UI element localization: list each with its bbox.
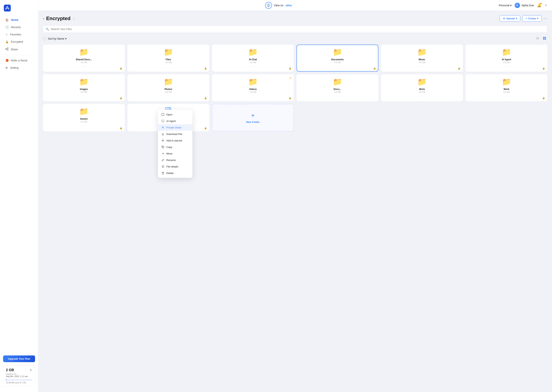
context-menu-add-starred[interactable]: Add to starred <box>158 137 192 144</box>
svg-rect-0 <box>4 5 11 12</box>
sort-bar: Sort by Name ▾ <box>43 36 547 42</box>
context-menu-private-share[interactable]: Private Share <box>158 124 192 131</box>
svg-point-2 <box>7 48 8 49</box>
folder-icon: 📁 <box>417 77 427 86</box>
create-button[interactable]: + Create ▾ <box>522 15 542 22</box>
workspace-selector[interactable]: Personal ▾ <box>499 4 511 7</box>
sidebar: 🏠 Home 🕐 Recents ☆ Favorites 🔒 Encrypted… <box>0 0 38 392</box>
file-card-shared-docu[interactable]: 📁 Shared Docu... 4.6 GB ··· 🔒 <box>43 45 125 72</box>
file-options-dots[interactable]: ··· <box>82 94 86 98</box>
file-lock-icon: 🔒 <box>120 97 123 99</box>
context-menu-open[interactable]: Open <box>158 111 192 118</box>
file-options-dots[interactable]: ··· <box>336 65 339 68</box>
upgrade-button[interactable]: Upgrade Your Plan <box>3 356 35 362</box>
file-card-files[interactable]: 📁 Files 4.6 GB ··· 🔒 <box>127 45 209 72</box>
file-options-dots[interactable]: ··· <box>336 94 339 98</box>
file-card-music[interactable]: 📁 Music 4.6 GB ··· 🔒 <box>381 45 463 72</box>
view-toggle <box>535 36 547 42</box>
svg-point-6 <box>267 4 270 7</box>
svg-point-3 <box>7 49 8 50</box>
file-size: 4.6 GB <box>165 91 172 93</box>
view-on-text: View on <box>274 4 283 7</box>
file-card-games[interactable]: 📁 Games 4.6 GB ··· 🔒 <box>43 104 125 131</box>
grid-view-button[interactable] <box>542 36 547 42</box>
context-menu-delete[interactable]: Delete <box>158 170 192 176</box>
file-options-dots[interactable]: ··· <box>251 94 255 98</box>
file-options-dots[interactable]: ··· <box>420 94 424 98</box>
new-folder-label: New Folder <box>246 121 260 123</box>
file-card-documents[interactable]: 📁 Documents 4.6 GB ··· 🔒 <box>297 45 378 72</box>
svg-rect-9 <box>536 38 539 38</box>
folder-icon: 📁 <box>248 77 258 86</box>
lock-icon: 🔒 <box>5 40 9 43</box>
sidebar-item-share[interactable]: Share <box>1 46 36 53</box>
file-options-dots[interactable]: ··· <box>505 94 508 98</box>
sidebar-item-recents[interactable]: 🕐 Recents <box>1 24 36 31</box>
file-card-work2[interactable]: 📁 Work 4.6 GB ··· <box>381 74 463 101</box>
file-card-ai-agent[interactable]: 📁 AI Agent 4.6 GB ··· 🔒 <box>465 45 547 72</box>
sidebar-item-favorites[interactable]: ☆ Favorites <box>1 31 36 38</box>
file-name: Work <box>419 88 425 91</box>
folder-icon: 📁 <box>417 48 427 57</box>
context-menu-ai-agent[interactable]: AI Agent <box>158 118 192 124</box>
file-options-dots[interactable]: ··· <box>167 94 170 98</box>
context-menu-move[interactable]: Move <box>158 150 192 157</box>
ai-agent-icon <box>161 119 164 123</box>
content-header: ‹ Encrypted ☆ ⬆ Upload ▾ + Create ▾ ··· <box>43 15 547 22</box>
folder-icon: 📁 <box>333 77 342 86</box>
context-menu-rename[interactable]: Rename <box>158 157 192 163</box>
sidebar-bottom: Upgrade Your Plan 2 GB ↻ Expires On: Aug… <box>0 353 38 389</box>
sidebar-item-setting[interactable]: ⚙ Setting <box>1 64 36 71</box>
sidebar-item-refer[interactable]: 🎁 Refer a friend <box>1 57 36 64</box>
context-menu-download[interactable]: Download File <box>158 131 192 137</box>
context-menu-file-details[interactable]: File details <box>158 163 192 170</box>
file-card-photos[interactable]: 📁 Photos 4.6 GB ··· 🔒 <box>127 74 209 101</box>
file-size: 4.6 GB <box>334 61 341 63</box>
file-card-videos[interactable]: ★ 📁 Videos 4.6 GB ··· 🔒 <box>212 74 294 101</box>
context-menu-copy[interactable]: Copy <box>158 144 192 150</box>
plus-icon: + <box>251 112 255 119</box>
star-icon: ☆ <box>5 33 8 36</box>
file-size: 4.6 GB <box>503 61 510 63</box>
file-card-work[interactable]: 📁 Work 4.6 GB ··· 🔒 <box>465 74 547 101</box>
upload-button[interactable]: ⬆ Upload ▾ <box>500 15 520 22</box>
add-starred-icon <box>161 139 164 142</box>
sort-by-button[interactable]: Sort by Name ▾ <box>48 37 66 40</box>
folder-icon: 📁 <box>164 77 173 86</box>
starred-icon: ★ <box>290 77 291 79</box>
file-options-dots[interactable]: ··· <box>505 65 508 68</box>
back-button[interactable]: ‹ <box>43 16 44 21</box>
file-options-dots[interactable]: ··· <box>251 65 255 68</box>
sort-left: Sort by Name ▾ <box>43 37 66 40</box>
search-input[interactable] <box>43 25 547 33</box>
file-card-images[interactable]: 📁 Images 4.6 GB ··· 🔒 <box>43 74 125 101</box>
folder-icon: 📁 <box>502 77 511 86</box>
notification-bell[interactable]: 🔔 <box>537 3 541 7</box>
file-options-dots[interactable]: ··· <box>420 65 424 68</box>
user-menu[interactable]: A Alpha Doe <box>515 3 534 8</box>
new-folder-card[interactable]: + New Folder <box>212 104 294 131</box>
svg-rect-12 <box>545 37 546 38</box>
file-name: Images <box>80 88 88 91</box>
file-options-dots[interactable]: ··· <box>167 65 170 68</box>
upload-icon: ⬆ <box>503 17 505 20</box>
file-card-docu2[interactable]: 📁 Docu... 4.6 GB ··· <box>297 74 378 101</box>
sidebar-item-encrypted[interactable]: 🔒 Encrypted <box>1 38 36 45</box>
svg-rect-16 <box>162 113 164 116</box>
theme-toggle[interactable]: ☀ <box>544 3 547 7</box>
more-options-button[interactable]: ··· <box>544 16 547 21</box>
file-card-ai-chat[interactable]: 📁 AI Chat 4.6 GB ··· 🔒 <box>212 45 294 72</box>
sidebar-item-label: Refer a friend <box>11 59 27 62</box>
sidebar-item-home[interactable]: 🏠 Home <box>1 16 36 23</box>
sort-chevron-icon: ▾ <box>65 37 66 40</box>
file-options-dots[interactable]: ··· <box>82 124 86 127</box>
file-size: 4.6 GB <box>503 91 510 93</box>
list-view-button[interactable] <box>535 36 540 42</box>
private-share-icon <box>161 126 164 129</box>
file-options-dots[interactable]: ··· <box>82 65 86 68</box>
svg-point-1 <box>6 49 6 49</box>
favorite-star-icon[interactable]: ☆ <box>73 16 75 21</box>
select-all-checkbox[interactable] <box>43 37 46 40</box>
refresh-icon[interactable]: ↻ <box>30 368 32 372</box>
svg-line-4 <box>6 48 7 49</box>
